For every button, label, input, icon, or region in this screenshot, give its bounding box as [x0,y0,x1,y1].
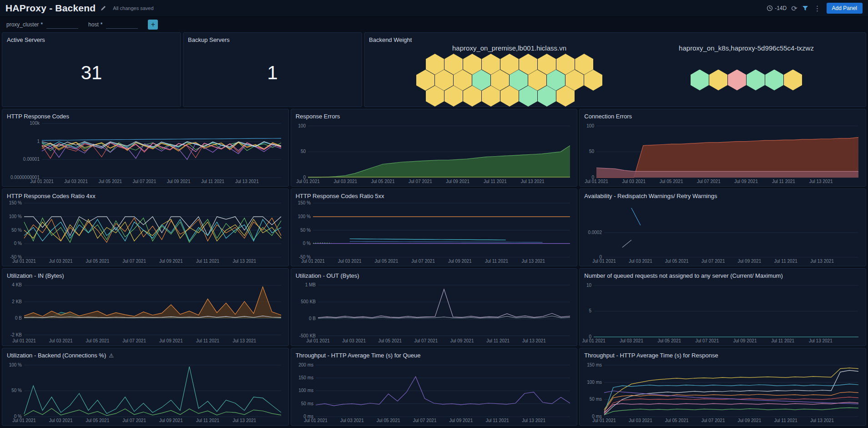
panel-response-errors: Response Errors 100500Jul 01 2021Jul 03 … [291,109,578,187]
svg-text:Jul 13 2021: Jul 13 2021 [521,259,545,264]
required-asterisk: * [40,21,43,28]
backend-group-label: haproxy_on_premise,lb001.hiclass.vn [452,44,566,52]
dashboard-header: HAProxy - Backend All changes saved -14D… [0,0,868,17]
hex-cell-yellow[interactable] [784,70,802,91]
svg-text:Jul 05 2021: Jul 05 2021 [665,259,689,264]
svg-text:Jul 11 2021: Jul 11 2021 [774,418,797,423]
svg-text:50 ms: 50 ms [301,401,313,406]
hex-cell-green[interactable] [765,70,783,91]
proxy-cluster-input[interactable] [46,20,78,29]
svg-text:Jul 13 2021: Jul 13 2021 [809,179,833,184]
svg-text:Jul 11 2021: Jul 11 2021 [485,259,508,264]
utilization-in-chart[interactable]: 4 KB2 KB0 B-2 KBJul 01 2021Jul 03 2021Ju… [5,280,285,344]
svg-text:Jul 09 2021: Jul 09 2021 [449,418,473,423]
panel-ratio-5xx: HTTP Response Codes Ratio 5xx 150 %100 %… [291,189,578,266]
svg-text:Jul 01 2021: Jul 01 2021 [12,338,36,343]
response-errors-chart[interactable]: 100500Jul 01 2021Jul 03 2021Jul 05 2021J… [294,121,574,184]
utilization-out-chart[interactable]: 1 MB500 KB0 B-500 KBJul 01 2021Jul 03 20… [294,280,574,344]
svg-text:Jul 13 2021: Jul 13 2021 [522,418,545,423]
time-range-button[interactable]: -14D [767,5,787,11]
ratio-5xx-chart[interactable]: 150 %100 %50 %0 %-50 %Jul 01 2021Jul 03 … [294,201,574,264]
panel-connection-errors: Connection Errors 100500Jul 01 2021Jul 0… [579,109,866,187]
svg-text:150 %: 150 % [298,201,310,205]
svg-text:2 KB: 2 KB [12,299,22,304]
svg-text:Jul 03 2021: Jul 03 2021 [64,179,88,184]
svg-text:Jul 01 2021: Jul 01 2021 [296,179,320,184]
backend-weight-group: haproxy_on_premise,lb001.hiclass.vn [416,43,602,106]
svg-text:Jul 09 2021: Jul 09 2021 [738,259,762,264]
availability-warnings-chart[interactable]: 0.00020Jul 01 2021Jul 03 2021Jul 05 2021… [582,201,862,264]
svg-text:Jul 05 2021: Jul 05 2021 [371,179,394,184]
svg-text:Jul 03 2021: Jul 03 2021 [620,338,644,343]
host-input[interactable] [106,20,138,29]
warning-icon[interactable]: ⚠ [109,352,114,359]
svg-text:Jul 01 2021: Jul 01 2021 [592,259,616,264]
svg-text:150 %: 150 % [9,201,22,205]
svg-text:50 %: 50 % [11,388,22,393]
clock-icon [767,5,773,11]
queued-requests-chart[interactable]: 1050Jul 01 2021Jul 03 2021Jul 05 2021Jul… [582,280,862,344]
hex-cell-red[interactable] [728,70,746,91]
svg-text:Jul 09 2021: Jul 09 2021 [448,259,472,264]
hex-cell-green[interactable] [691,70,709,91]
hex-cell-yellow[interactable] [709,70,727,91]
svg-text:Jul 09 2021: Jul 09 2021 [735,179,758,184]
svg-text:Jul 03 2021: Jul 03 2021 [629,418,652,423]
throughput-queue-chart[interactable]: 200 ms150 ms100 ms50 ms0 msJul 01 2021Ju… [294,360,574,423]
svg-text:100k: 100k [30,121,40,126]
svg-text:0.00001: 0.00001 [23,157,40,162]
panel-availability-warnings: Availability - Redispatch Warnings/ Retr… [579,189,866,266]
throughput-response-chart[interactable]: 150 ms100 ms50 ms0 msJul 01 2021Jul 03 2… [582,360,862,423]
svg-text:-500 KB: -500 KB [299,333,316,338]
filter-icon[interactable] [802,5,808,11]
http-response-codes-chart[interactable]: 100k10.000010.0000000001Jul 01 2021Jul 0… [5,121,285,184]
svg-text:Jul 09 2021: Jul 09 2021 [159,259,183,264]
panel-title: Utilization - Backend (Connections %) ⚠ [2,348,288,359]
svg-text:10: 10 [586,283,592,288]
connection-errors-chart[interactable]: 100500Jul 01 2021Jul 03 2021Jul 05 2021J… [582,121,862,184]
svg-text:Jul 07 2021: Jul 07 2021 [414,338,438,343]
panel-http-response-codes: HTTP Response Codes 100k10.000010.000000… [2,109,289,187]
svg-text:4 KB: 4 KB [12,282,22,287]
backend-group-label: haproxy_on_k8s,haproxy-5d996c55c4-txzwz [679,44,814,52]
honeycomb-chart[interactable]: haproxy_on_premise,lb001.hiclass.vnhapro… [364,43,866,106]
svg-text:Jul 07 2021: Jul 07 2021 [696,338,719,343]
svg-text:50: 50 [301,149,306,154]
panel-title: Number of queued requests not assigned t… [580,269,866,279]
svg-text:Jul 05 2021: Jul 05 2021 [86,259,110,264]
svg-text:Jul 11 2021: Jul 11 2021 [196,338,219,343]
svg-text:Jul 13 2021: Jul 13 2021 [232,259,256,264]
svg-text:Jul 05 2021: Jul 05 2021 [658,338,681,343]
utilization-backend-chart[interactable]: 100 %50 %0 %Jul 01 2021Jul 03 2021Jul 05… [5,360,285,423]
filter-bar: proxy_cluster * host * + [0,17,868,32]
svg-text:500 KB: 500 KB [301,299,316,304]
svg-text:Jul 03 2021: Jul 03 2021 [338,259,362,264]
svg-text:Jul 01 2021: Jul 01 2021 [304,418,328,423]
svg-text:Jul 09 2021: Jul 09 2021 [159,338,183,343]
svg-text:50: 50 [589,149,595,154]
svg-text:Jul 11 2021: Jul 11 2021 [772,338,795,343]
panel-title: Utilization - IN (Bytes) [2,269,288,279]
svg-text:Jul 05 2021: Jul 05 2021 [660,179,683,184]
svg-text:100 %: 100 % [9,214,22,219]
add-panel-button[interactable]: Add Panel [827,3,863,14]
svg-text:Jul 07 2021: Jul 07 2021 [413,418,436,423]
svg-text:Jul 03 2021: Jul 03 2021 [49,418,73,423]
ratio-4xx-chart[interactable]: 150 %100 %50 %0 %-50 %Jul 01 2021Jul 03 … [5,201,285,264]
panel-title: Backend Weight [364,33,866,43]
edit-icon[interactable] [100,5,106,11]
panel-title: HTTP Response Codes [2,109,288,120]
svg-text:Jul 09 2021: Jul 09 2021 [159,418,183,423]
backup-servers-value: 1 [183,43,362,107]
svg-text:Jul 07 2021: Jul 07 2021 [133,179,156,184]
svg-text:Jul 09 2021: Jul 09 2021 [738,418,762,423]
svg-text:Jul 03 2021: Jul 03 2021 [622,179,646,184]
more-options-icon[interactable]: ⋮ [813,4,822,13]
panel-title: Backup Servers [183,33,362,43]
svg-text:0 %: 0 % [14,241,22,246]
add-filter-button[interactable]: + [148,20,158,30]
hex-cell-green[interactable] [747,70,765,91]
svg-text:Jul 01 2021: Jul 01 2021 [301,259,325,264]
refresh-icon[interactable]: ⟳ [791,4,797,13]
svg-text:Jul 11 2021: Jul 11 2021 [196,259,219,264]
